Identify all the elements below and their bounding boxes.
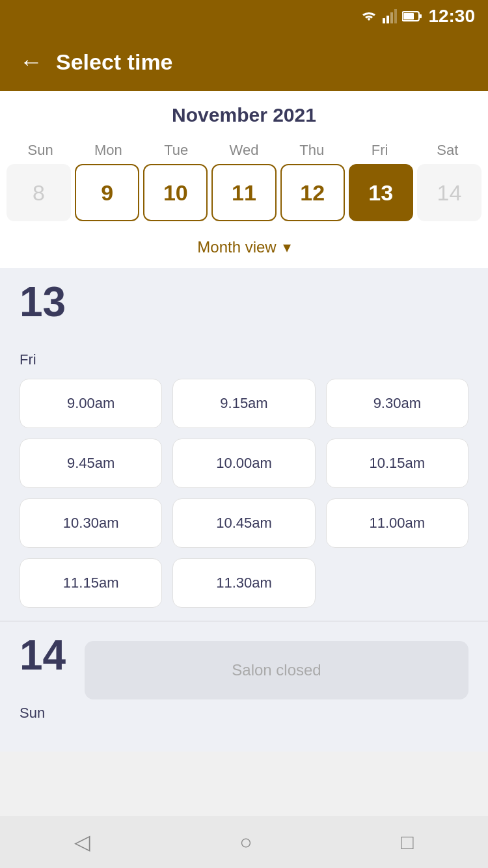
date-14: 14 [417, 164, 481, 221]
day13-time-grid: 9.00am 9.15am 9.30am 9.45am 10.00am 10.1… [20, 379, 468, 608]
day14-name: Sun [20, 705, 72, 722]
bottom-nav: ◁ ○ □ [0, 816, 488, 868]
signal-icon [383, 9, 397, 23]
date-13[interactable]: 13 [349, 164, 413, 221]
date-9[interactable]: 9 [75, 164, 139, 221]
nav-home-button[interactable]: ○ [239, 830, 252, 854]
day13-header: 13 Fri [20, 281, 468, 368]
weekday-mon: Mon [74, 137, 142, 164]
week-day-headers: Sun Mon Tue Wed Thu Fri Sat [0, 137, 488, 164]
date-8: 8 [7, 164, 71, 221]
wifi-icon [360, 9, 377, 23]
weekday-tue: Tue [142, 137, 210, 164]
weekday-sun: Sun [7, 137, 74, 164]
nav-back-button[interactable]: ◁ [74, 830, 90, 854]
timeslot-915am[interactable]: 9.15am [172, 379, 315, 428]
day13-section: 13 Fri 9.00am 9.15am 9.30am 9.45am 10.00… [0, 268, 488, 621]
svg-rect-5 [420, 14, 422, 18]
day13-name: Fri [20, 351, 72, 368]
salon-closed-label: Salon closed [232, 661, 321, 679]
timeslot-900am[interactable]: 9.00am [20, 379, 162, 428]
app-header: ← Select time [0, 33, 488, 91]
timeslot-1000am[interactable]: 10.00am [172, 439, 315, 488]
date-row: 8 9 10 11 12 13 14 [0, 164, 488, 232]
weekday-sat: Sat [414, 137, 481, 164]
date-11[interactable]: 11 [211, 164, 276, 221]
timeslot-945am[interactable]: 9.45am [20, 439, 162, 488]
timeslot-1015am[interactable]: 10.15am [326, 439, 468, 488]
weekday-wed: Wed [210, 137, 278, 164]
day14-header: 14 Sun Salon closed [20, 634, 468, 722]
svg-rect-0 [383, 18, 385, 23]
weekday-fri: Fri [346, 137, 413, 164]
day13-number: 13 [20, 281, 72, 323]
status-time: 12:30 [428, 6, 475, 27]
timeslot-930am[interactable]: 9.30am [326, 379, 468, 428]
svg-rect-3 [394, 9, 397, 23]
svg-rect-2 [390, 12, 393, 23]
month-view-label: Month view [197, 238, 276, 256]
date-12[interactable]: 12 [280, 164, 345, 221]
day14-number: 14 [20, 634, 72, 676]
month-view-toggle[interactable]: Month view ▾ [0, 232, 488, 268]
page-title: Select time [56, 49, 173, 75]
svg-rect-6 [403, 13, 414, 20]
back-button[interactable]: ← [20, 50, 43, 74]
status-bar: 12:30 [0, 0, 488, 33]
timeslot-1100am[interactable]: 11.00am [326, 498, 468, 548]
nav-recent-button[interactable]: □ [401, 830, 413, 854]
status-icons [360, 9, 422, 23]
battery-icon [402, 10, 422, 22]
calendar-section: November 2021 Sun Mon Tue Wed Thu Fri Sa… [0, 91, 488, 268]
month-year-label: November 2021 [0, 104, 488, 126]
salon-closed-box: Salon closed [85, 641, 468, 699]
timeslot-1130am[interactable]: 11.30am [172, 558, 315, 608]
day14-section: 14 Sun Salon closed [0, 621, 488, 752]
svg-rect-1 [386, 16, 389, 23]
chevron-down-icon: ▾ [283, 238, 291, 256]
date-10[interactable]: 10 [143, 164, 208, 221]
timeslot-1030am[interactable]: 10.30am [20, 498, 162, 548]
timeslot-1045am[interactable]: 10.45am [172, 498, 315, 548]
timeslot-1115am[interactable]: 11.15am [20, 558, 162, 608]
weekday-thu: Thu [278, 137, 346, 164]
